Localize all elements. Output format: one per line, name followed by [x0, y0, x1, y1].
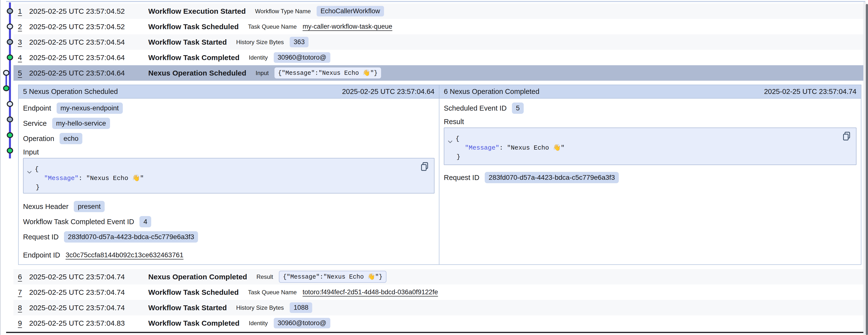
- scrollbar-track: [863, 2, 866, 335]
- event-detail-badge: 30960@totoro@: [274, 52, 330, 63]
- event-name: Workflow Task Started: [148, 38, 227, 46]
- json-line: }: [444, 152, 856, 162]
- json-colon: :: [499, 144, 507, 151]
- timeline-dot: [7, 55, 13, 60]
- event-id-link[interactable]: 3: [18, 38, 24, 46]
- field-label: Endpoint ID: [23, 251, 60, 259]
- timeline-dot: [7, 39, 13, 45]
- history-event-list: 6 2025-02-25 UTC 23:57:04.74 Nexus Opera…: [13, 269, 865, 331]
- field-value-badge: 283fd070-d57a-4423-bdca-c5c779e6a3f3: [64, 231, 198, 243]
- history-event-row[interactable]: 9 2025-02-25 UTC 23:57:04.83 Workflow Ta…: [13, 315, 865, 331]
- field-operation: Operation echo: [23, 131, 434, 146]
- event-6-card-body: Scheduled Event ID 5 Result { "Message":…: [439, 99, 861, 264]
- event-name: Workflow Task Completed: [148, 319, 240, 327]
- field-value-badge: 4: [140, 216, 151, 227]
- event-name: Workflow Task Started: [148, 304, 227, 312]
- json-line: {: [444, 134, 856, 143]
- json-value: "Nexus Echo 👋": [86, 175, 144, 182]
- task-queue-link[interactable]: my-caller-workflow-task-queue: [303, 23, 392, 30]
- event-name: Workflow Execution Started: [148, 7, 246, 16]
- event-name: Nexus Operation Completed: [148, 273, 247, 281]
- field-service: Service my-hello-service: [23, 116, 434, 131]
- history-event-row[interactable]: 4 2025-02-25 UTC 23:57:04.64 Workflow Ta…: [13, 50, 865, 65]
- field-value-badge: my-nexus-endpoint: [57, 103, 123, 114]
- workflow-history-panel: 1 2025-02-25 UTC 23:57:04.52 Workflow Ex…: [0, 0, 868, 335]
- event-id-link[interactable]: 5: [18, 69, 24, 77]
- history-event-row[interactable]: 8 2025-02-25 UTC 23:57:04.74 Workflow Ta…: [13, 300, 865, 315]
- field-value-badge: echo: [60, 133, 82, 144]
- event-detail-badge: 363: [290, 37, 309, 47]
- history-event-row[interactable]: 1 2025-02-25 UTC 23:57:04.52 Workflow Ex…: [13, 3, 865, 19]
- event-detail-panels: 5 Nexus Operation Scheduled 2025-02-25 U…: [18, 85, 861, 265]
- card-timestamp: 2025-02-25 UTC 23:57:04.74: [764, 88, 857, 96]
- history-event-list: 1 2025-02-25 UTC 23:57:04.52 Workflow Ex…: [13, 3, 865, 81]
- event-detail-label: History Size Bytes: [236, 304, 284, 311]
- event-detail-badge: EchoCallerWorkflow: [317, 6, 384, 17]
- timeline-dot: [7, 102, 13, 106]
- task-queue-link[interactable]: totoro:f494fecf-2d51-4d48-bdcd-036a0f912…: [303, 288, 438, 296]
- field-label: Request ID: [444, 174, 479, 182]
- chevron-down-icon[interactable]: [448, 137, 453, 146]
- field-label: Endpoint: [23, 104, 51, 112]
- event-id-link[interactable]: 4: [18, 53, 24, 62]
- chevron-down-icon[interactable]: [27, 168, 32, 177]
- timeline-dot: [7, 24, 13, 29]
- event-id-link[interactable]: 1: [18, 7, 24, 16]
- timeline-dot: [7, 133, 13, 138]
- history-event-row[interactable]: 6 2025-02-25 UTC 23:57:04.74 Nexus Opera…: [13, 269, 865, 284]
- json-line: }: [24, 183, 434, 192]
- input-payload-viewer: { "Message": "Nexus Echo 👋" }: [23, 158, 434, 194]
- event-detail-label: Task Queue Name: [248, 23, 297, 30]
- json-line: "Message": "Nexus Echo 👋": [24, 174, 434, 183]
- event-name: Workflow Task Completed: [148, 53, 240, 62]
- event-timestamp: 2025-02-25 UTC 23:57:04.83: [29, 319, 142, 327]
- event-timestamp: 2025-02-25 UTC 23:57:04.64: [29, 69, 142, 77]
- event-id-link[interactable]: 9: [18, 319, 24, 327]
- card-timestamp: 2025-02-25 UTC 23:57:04.64: [342, 88, 434, 96]
- field-endpoint-id: Endpoint ID 3c0c75ccfa8144b092c13ce63246…: [23, 247, 434, 263]
- field-scheduled-event-id: Scheduled Event ID 5: [444, 101, 857, 116]
- field-label: Input: [23, 148, 39, 156]
- history-event-row-selected[interactable]: 5 2025-02-25 UTC 23:57:04.64 Nexus Opera…: [13, 65, 865, 81]
- scrollbar-thumb[interactable]: [866, 4, 868, 335]
- json-brace: {: [35, 166, 39, 173]
- history-event-row[interactable]: 3 2025-02-25 UTC 23:57:04.54 Workflow Ta…: [13, 34, 865, 50]
- endpoint-id-link[interactable]: 3c0c75ccfa8144b092c13ce632463761: [66, 251, 184, 259]
- json-key: "Message": [44, 175, 79, 182]
- history-event-row[interactable]: 7 2025-02-25 UTC 23:57:04.74 Workflow Ta…: [13, 284, 865, 300]
- event-5-detail-card: 5 Nexus Operation Scheduled 2025-02-25 U…: [19, 85, 439, 264]
- event-5-card-header: 5 Nexus Operation Scheduled 2025-02-25 U…: [19, 85, 439, 99]
- field-label: Request ID: [23, 233, 59, 241]
- event-id-link[interactable]: 2: [18, 23, 24, 31]
- event-timestamp: 2025-02-25 UTC 23:57:04.74: [29, 273, 142, 281]
- json-line: "Message": "Nexus Echo 👋": [444, 143, 856, 152]
- json-key: "Message": [465, 144, 499, 151]
- timeline-dot: [4, 86, 9, 91]
- timeline-dot: [7, 148, 13, 153]
- field-nexus-header: Nexus Header present: [23, 199, 434, 214]
- event-detail-label: Task Queue Name: [248, 289, 297, 296]
- top-divider: [6, 1, 865, 2]
- json-brace: }: [36, 184, 40, 191]
- event-payload-badge: {"Message":"Nexus Echo 👋"}: [279, 271, 386, 283]
- event-timestamp: 2025-02-25 UTC 23:57:04.74: [29, 288, 142, 297]
- event-detail-label: Identity: [249, 54, 268, 61]
- event-id-link[interactable]: 6: [18, 273, 24, 281]
- field-label: Scheduled Event ID: [444, 104, 506, 112]
- event-6-detail-card: 6 Nexus Operation Completed 2025-02-25 U…: [439, 85, 861, 264]
- history-event-row[interactable]: 2 2025-02-25 UTC 23:57:04.52 Workflow Ta…: [13, 19, 865, 34]
- event-detail-badge: 1088: [290, 302, 312, 313]
- event-timestamp: 2025-02-25 UTC 23:57:04.74: [29, 304, 142, 312]
- event-detail-label: Result: [256, 274, 273, 280]
- event-id-link[interactable]: 7: [18, 288, 24, 297]
- event-detail-label: History Size Bytes: [236, 39, 284, 46]
- event-name: Nexus Operation Scheduled: [148, 69, 246, 77]
- result-payload-viewer: { "Message": "Nexus Echo 👋" }: [444, 128, 857, 165]
- field-request-id: Request ID 283fd070-d57a-4423-bdca-c5c77…: [444, 170, 857, 185]
- event-name: Workflow Task Scheduled: [148, 23, 239, 31]
- field-input-label: Input: [23, 146, 434, 158]
- field-value-badge: my-hello-service: [52, 118, 110, 129]
- timeline-dot: [7, 117, 13, 122]
- card-title: 6 Nexus Operation Completed: [444, 88, 539, 96]
- event-id-link[interactable]: 8: [18, 304, 24, 312]
